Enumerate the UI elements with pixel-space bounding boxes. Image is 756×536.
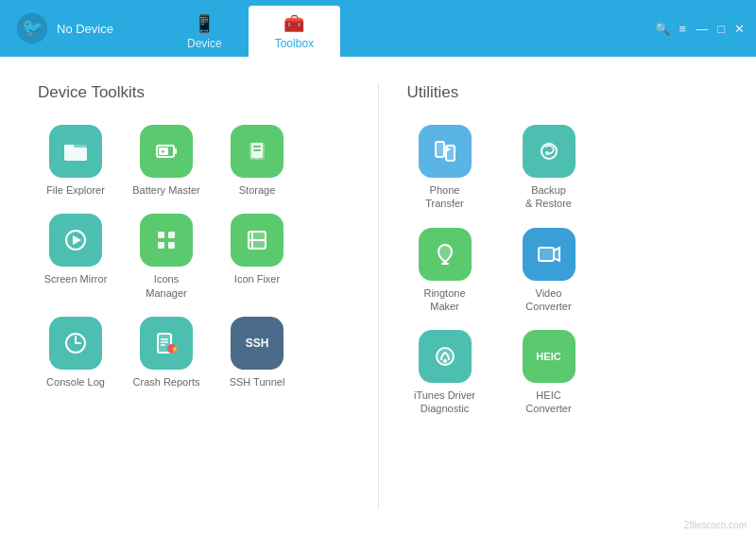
tool-battery-master[interactable]: + Battery Master	[129, 121, 204, 200]
svg-rect-18	[158, 242, 164, 249]
tool-heic-converter[interactable]: HEIC HEIC Converter	[511, 326, 587, 420]
app-branding: 🐦 No Device	[0, 0, 151, 57]
icon-fixer-icon	[231, 214, 284, 267]
utilities-section: Utilities Phone Transfer	[407, 83, 719, 510]
tab-device[interactable]: 📱 Device	[161, 6, 249, 57]
main-content: Device Toolkits File Explorer	[0, 57, 756, 536]
maximize-icon[interactable]: □	[717, 22, 725, 36]
title-bar: 🐦 No Device 📱 Device 🧰 Toolbox 🔍 ≡ — □ ✕	[0, 0, 756, 57]
tool-icon-fixer[interactable]: Icon Fixer	[219, 210, 295, 303]
svg-rect-40	[539, 248, 554, 261]
device-toolkits-section: Device Toolkits File Explorer	[38, 83, 350, 510]
svg-rect-4	[64, 145, 74, 148]
file-explorer-label: File Explorer	[46, 183, 105, 197]
tool-phone-transfer[interactable]: Phone Transfer	[407, 121, 483, 215]
tab-toolbox[interactable]: 🧰 Toolbox	[249, 6, 340, 57]
tool-backup-restore[interactable]: Backup& Restore	[511, 121, 587, 215]
svg-rect-13	[253, 149, 261, 151]
device-toolkits-title: Device Toolkits	[38, 83, 350, 102]
svg-point-11	[255, 155, 259, 159]
svg-marker-41	[554, 248, 559, 261]
screen-mirror-icon	[49, 214, 102, 267]
svg-point-37	[545, 151, 549, 155]
tool-video-converter[interactable]: Video Converter	[511, 224, 587, 318]
device-toolkits-grid: File Explorer + Battery Master	[38, 121, 350, 392]
close-icon[interactable]: ✕	[734, 22, 745, 36]
tool-ringtone-maker[interactable]: Ringtone Maker	[407, 224, 483, 318]
device-tab-icon: 📱	[194, 13, 215, 34]
watermark: 2filescoco.com	[684, 520, 747, 530]
tab-area: 📱 Device 🧰 Toolbox	[151, 0, 644, 57]
utilities-title: Utilities	[407, 83, 719, 102]
icons-manager-icon	[140, 214, 193, 267]
tool-icons-manager[interactable]: Icons Manager	[129, 210, 204, 303]
file-explorer-icon	[49, 125, 102, 178]
toolbox-tab-label: Toolbox	[275, 37, 314, 50]
ssh-tunnel-label: SSH Tunnel	[230, 375, 285, 389]
video-converter-label: Video Converter	[515, 286, 583, 314]
crash-reports-icon: ⚡	[140, 317, 193, 370]
tool-console-log[interactable]: Console Log	[38, 313, 113, 392]
itunes-driver-label: iTunes DriverDiagnostic	[414, 389, 475, 416]
utilities-grid: Phone Transfer Backup& Restore	[407, 121, 719, 420]
svg-text:🐦: 🐦	[22, 17, 43, 38]
screen-mirror-label: Screen Mirror	[44, 272, 108, 285]
section-divider	[378, 83, 379, 510]
storage-label: Storage	[239, 183, 276, 197]
svg-point-43	[443, 359, 447, 363]
tool-file-explorer[interactable]: File Explorer	[38, 121, 113, 200]
app-logo: 🐦	[15, 11, 49, 45]
itunes-driver-icon	[419, 330, 472, 383]
heic-converter-label: HEIC Converter	[515, 389, 583, 416]
ssh-tunnel-icon: SSH	[231, 317, 284, 370]
tool-ssh-tunnel[interactable]: SSH SSH Tunnel	[219, 313, 295, 392]
phone-transfer-icon	[419, 125, 472, 178]
svg-rect-19	[168, 242, 175, 249]
svg-rect-17	[168, 232, 175, 238]
toolbox-tab-icon: 🧰	[284, 13, 304, 34]
battery-master-label: Battery Master	[132, 183, 200, 197]
svg-text:⚡: ⚡	[170, 344, 180, 354]
ringtone-maker-icon	[419, 228, 472, 281]
crash-reports-label: Crash Reports	[133, 375, 200, 389]
svg-marker-15	[73, 235, 81, 245]
tool-itunes-driver[interactable]: iTunes DriverDiagnostic	[407, 326, 483, 420]
svg-rect-6	[174, 148, 177, 154]
svg-rect-12	[253, 146, 261, 147]
battery-master-icon: +	[140, 125, 193, 178]
storage-icon	[231, 125, 284, 178]
search-icon[interactable]: 🔍	[655, 22, 670, 36]
window-controls: 🔍 ≡ — □ ✕	[644, 0, 756, 57]
backup-restore-label: Backup& Restore	[525, 183, 572, 211]
tool-crash-reports[interactable]: ⚡ Crash Reports	[129, 313, 204, 392]
device-tab-label: Device	[187, 37, 222, 50]
svg-rect-32	[436, 142, 444, 157]
backup-restore-icon	[523, 125, 576, 178]
phone-transfer-label: Phone Transfer	[411, 183, 479, 211]
menu-icon[interactable]: ≡	[679, 22, 687, 36]
icons-manager-label: Icons Manager	[132, 272, 200, 300]
ringtone-maker-label: Ringtone Maker	[411, 286, 479, 314]
svg-text:+: +	[161, 147, 165, 156]
minimize-icon[interactable]: —	[696, 22, 708, 36]
console-log-icon	[49, 317, 102, 370]
svg-rect-16	[158, 232, 164, 238]
video-converter-icon	[523, 228, 576, 281]
tool-screen-mirror[interactable]: Screen Mirror	[38, 210, 113, 303]
icon-fixer-label: Icon Fixer	[234, 272, 280, 285]
device-status-label: No Device	[57, 22, 113, 36]
tool-storage[interactable]: Storage	[219, 121, 295, 200]
console-log-label: Console Log	[46, 375, 105, 389]
svg-rect-3	[64, 147, 87, 161]
heic-converter-icon: HEIC	[523, 330, 576, 383]
